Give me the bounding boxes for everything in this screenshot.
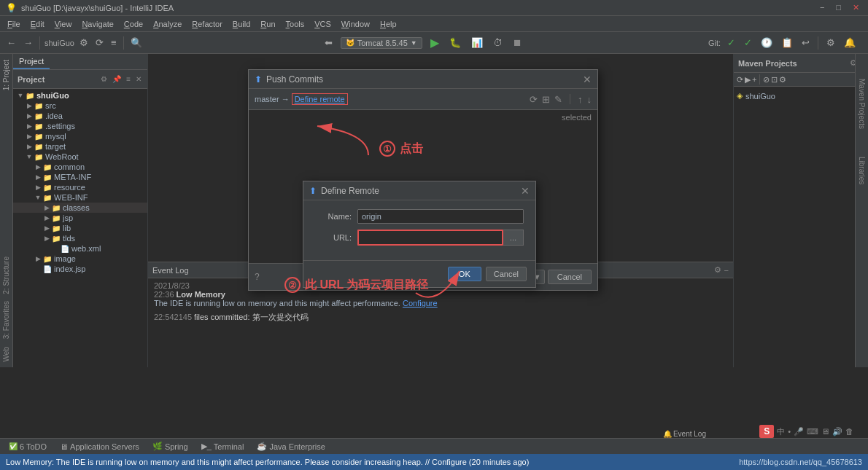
maven-diagram-button[interactable]: ⊡	[771, 75, 778, 85]
git-push-icon[interactable]: ✓	[742, 36, 754, 50]
git-revert-icon[interactable]: ↩	[799, 36, 812, 50]
app-servers-tab[interactable]: 🖥 Application Servers	[54, 441, 145, 453]
tree-item-common[interactable]: ▶ 📁 common	[13, 162, 147, 172]
tomcat-dropdown-icon[interactable]: ▼	[411, 39, 417, 47]
menu-refactor[interactable]: Refactor	[187, 18, 227, 30]
sidebar-close-button[interactable]: ✕	[134, 74, 143, 84]
coverage-button[interactable]: 📊	[469, 36, 485, 50]
close-button[interactable]: ✕	[850, 3, 862, 12]
tree-item-image[interactable]: ▶ 📁 image	[13, 254, 147, 264]
menu-run[interactable]: Run	[256, 18, 279, 30]
url-browse-button[interactable]: …	[503, 230, 524, 246]
tree-item-lib[interactable]: ▶ 📁 lib	[13, 223, 147, 233]
log-link-1[interactable]: Configure	[403, 299, 438, 308]
define-cancel-button[interactable]: Cancel	[486, 267, 527, 281]
push-toolbar-icon3[interactable]: ✎	[554, 94, 562, 105]
menu-tools[interactable]: Tools	[282, 18, 309, 30]
tree-item-classes[interactable]: ▶ 📁 classes	[13, 203, 147, 213]
rvtab-libraries[interactable]: Libraries	[856, 154, 867, 187]
profile-button[interactable]: ⏱	[491, 36, 505, 50]
todo-tab[interactable]: ✅ 6 ToDO	[3, 441, 53, 453]
tree-item-webinf[interactable]: ▼ 📁 WEB-INF	[13, 192, 147, 203]
tray-chinese-icon[interactable]: 中	[777, 426, 785, 437]
minimize-button[interactable]: −	[817, 3, 827, 12]
toolbar-back-icon[interactable]: ←	[4, 36, 18, 50]
tray-dot-icon[interactable]: •	[788, 427, 791, 436]
tray-speaker-icon[interactable]: 🔊	[832, 427, 842, 436]
toolbar-search-icon[interactable]: 🔍	[128, 36, 144, 50]
git-annotate-icon[interactable]: 📋	[779, 36, 795, 50]
maven-add-button[interactable]: +	[752, 75, 756, 84]
define-remote-link[interactable]: Define remote	[292, 93, 348, 105]
toolbar-more-icon[interactable]: ≡	[109, 36, 119, 50]
push-help-button[interactable]: ?	[255, 272, 260, 282]
menu-view[interactable]: View	[50, 18, 77, 30]
maven-reload-button[interactable]: ⟳	[737, 75, 743, 85]
menu-window[interactable]: Window	[337, 18, 374, 30]
sidebar-pin-button[interactable]: 📌	[111, 74, 123, 84]
tree-item-mysql[interactable]: ▶ 📁 mysql	[13, 131, 147, 141]
tab-project[interactable]: Project	[13, 55, 50, 69]
tree-item-target[interactable]: ▶ 📁 target	[13, 141, 147, 152]
tray-monitor-icon[interactable]: 🖥	[821, 427, 829, 436]
rvtab-maven[interactable]: Maven Projects	[856, 76, 867, 132]
tree-item-settings[interactable]: ▶ 📁 .settings	[13, 121, 147, 131]
tree-item-metainf[interactable]: ▶ 📁 META-INF	[13, 172, 147, 182]
maven-settings2-button[interactable]: ⚙	[779, 75, 786, 85]
toolbar-arrow-icon[interactable]: ⬅	[322, 36, 335, 50]
web-tab[interactable]: Web	[1, 344, 12, 364]
maven-run-button[interactable]: ▶	[745, 75, 751, 85]
event-log-indicator-label[interactable]: Event Log	[673, 430, 706, 438]
tree-item-idea[interactable]: ▶ 📁 .idea	[13, 111, 147, 121]
maven-project-item[interactable]: ◈ shuiGuo	[737, 90, 865, 102]
tomcat-selector[interactable]: 🐱 Tomcat 8.5.45 ▼	[341, 37, 422, 49]
favorites-tab[interactable]: 3: Favorites	[1, 298, 12, 342]
tray-trash-icon[interactable]: 🗑	[845, 427, 853, 436]
git-update-icon[interactable]: ✓	[725, 36, 737, 50]
tree-item-jsp[interactable]: ▶ 📁 jsp	[13, 213, 147, 223]
spring-tab[interactable]: 🌿 Spring	[147, 440, 194, 453]
toolbar-forward-icon[interactable]: →	[21, 36, 35, 50]
define-ok-button[interactable]: OK	[448, 267, 481, 281]
push-toolbar-icon1[interactable]: ⟳	[530, 94, 538, 105]
menu-build[interactable]: Build	[228, 18, 255, 30]
tree-item-webxml[interactable]: ▶ 📄 web.xml	[13, 243, 147, 254]
tray-keyboard-icon[interactable]: ⌨	[807, 427, 818, 436]
menu-edit[interactable]: Edit	[26, 18, 49, 30]
maven-skip-button[interactable]: ⊘	[763, 75, 770, 85]
event-log-settings-button[interactable]: ⚙	[714, 265, 721, 275]
toolbar-notifications-icon[interactable]: 🔔	[842, 36, 858, 50]
terminal-tab[interactable]: ▶_ Terminal	[195, 440, 250, 453]
menu-file[interactable]: File	[3, 18, 25, 30]
maximize-button[interactable]: □	[833, 3, 844, 12]
toolbar-refresh-icon[interactable]: ⟳	[93, 36, 106, 50]
menu-help[interactable]: Help	[376, 18, 401, 30]
menu-navigate[interactable]: Navigate	[77, 18, 117, 30]
url-input[interactable]	[357, 230, 503, 246]
menu-analyze[interactable]: Analyze	[149, 18, 186, 30]
define-dialog-close-button[interactable]: ✕	[521, 185, 530, 197]
sidebar-gear-button[interactable]: ⚙	[99, 74, 109, 84]
toolbar-settings-right-icon[interactable]: ⚙	[824, 36, 837, 50]
menu-vcs[interactable]: VCS	[310, 18, 336, 30]
push-cancel-button[interactable]: Cancel	[548, 270, 592, 284]
push-toolbar-icon4[interactable]: ↑	[578, 94, 583, 105]
tray-mic-icon[interactable]: 🎤	[794, 427, 804, 436]
event-log-close-button[interactable]: −	[724, 265, 729, 275]
tree-item-src[interactable]: ▶ 📁 src	[13, 101, 147, 111]
git-history-icon[interactable]: 🕐	[759, 36, 775, 50]
tray-s-icon[interactable]: S	[759, 425, 774, 438]
push-toolbar-icon2[interactable]: ⊞	[542, 94, 550, 105]
menu-code[interactable]: Code	[120, 18, 147, 30]
sidebar-config-button[interactable]: ≡	[125, 74, 132, 84]
java-enterprise-tab[interactable]: ☕ Java Enterprise	[251, 440, 330, 453]
status-right-link[interactable]: https://blog.csdn.net/qq_45678613	[739, 458, 862, 466]
project-tab[interactable]: 1: Project	[1, 57, 12, 93]
name-input[interactable]	[357, 209, 524, 224]
run-button[interactable]: ▶	[428, 34, 441, 51]
tree-root[interactable]: ▼ 📁 shuiGuo	[13, 90, 147, 101]
debug-button[interactable]: 🐛	[447, 36, 463, 50]
push-dialog-close-button[interactable]: ✕	[583, 74, 592, 85]
push-toolbar-icon5[interactable]: ↓	[587, 94, 592, 105]
tree-item-resource[interactable]: ▶ 📁 resource	[13, 182, 147, 192]
